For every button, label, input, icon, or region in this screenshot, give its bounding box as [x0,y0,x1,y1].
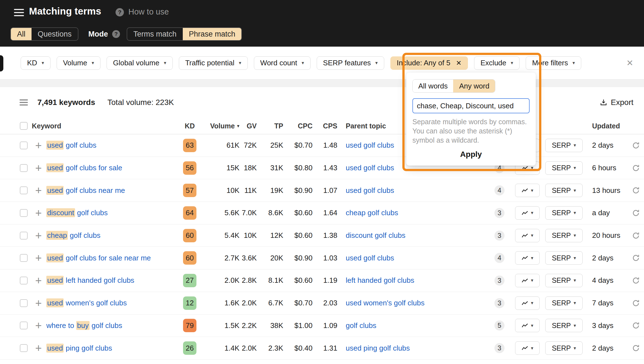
add-keyword-icon[interactable]: + [35,298,42,309]
keyword-link[interactable]: used ping golf clubs [46,344,112,353]
col-updated[interactable]: Updated [583,122,628,130]
tab-all[interactable]: All [11,28,32,40]
serp-button[interactable]: SERP ▾ [545,274,583,287]
more-filters-button[interactable]: More filters ▾ [526,56,581,70]
parent-topic-link[interactable]: used ping golf clubs [346,344,410,352]
position-chart-button[interactable]: ▾ [515,274,540,287]
tab-phrase-match[interactable]: Phrase match [183,28,242,40]
toggle-all-words[interactable]: All words [413,80,453,92]
volume-filter-button[interactable]: Volume▾ [57,56,100,70]
add-keyword-icon[interactable]: + [35,275,42,286]
col-keyword[interactable]: Keyword [31,122,177,130]
tab-terms-match[interactable]: Terms match [127,28,183,40]
refresh-button[interactable] [628,231,644,240]
serp-button[interactable]: SERP ▾ [545,251,583,265]
traffic-potential-filter-button[interactable]: Traffic potential▾ [179,56,248,70]
add-keyword-icon[interactable]: + [35,230,42,241]
refresh-button[interactable] [628,254,644,262]
serp-features-filter-button[interactable]: SERP features▾ [317,56,384,70]
parent-topic-link[interactable]: used women's golf clubs [346,299,424,307]
parent-topic-link[interactable]: used golf clubs [346,141,394,149]
row-checkbox[interactable] [20,322,28,329]
help-icon[interactable]: ? [116,8,124,16]
position-chart-button[interactable]: ▾ [515,184,540,197]
keyword-link[interactable]: used golf clubs for sale [46,163,122,172]
col-cps[interactable]: CPS [323,122,337,130]
refresh-button[interactable] [628,321,644,330]
row-checkbox[interactable] [20,344,28,352]
serp-button[interactable]: SERP ▾ [545,296,583,310]
keyword-link[interactable]: used golf clubs [46,141,96,150]
row-checkbox[interactable] [20,232,28,240]
row-checkbox[interactable] [20,209,28,217]
exclude-filter-button[interactable]: Exclude ▾ [474,56,520,70]
col-gv[interactable]: GV [247,122,257,130]
add-keyword-icon[interactable]: + [35,343,42,354]
include-filter-button[interactable]: Include: Any of 5 ✕ [390,56,468,70]
parent-topic-link[interactable]: used golf clubs [346,186,394,195]
serp-button[interactable]: SERP ▾ [545,206,583,220]
view-options-icon[interactable] [20,98,28,107]
select-all-checkbox[interactable] [20,122,28,130]
refresh-button[interactable] [628,299,644,307]
refresh-button[interactable] [628,209,644,217]
row-checkbox[interactable] [20,164,28,172]
row-checkbox[interactable] [20,186,28,194]
row-checkbox[interactable] [20,142,28,149]
add-keyword-icon[interactable]: + [35,140,42,151]
serp-button[interactable]: SERP ▾ [545,341,583,355]
menu-icon[interactable] [14,9,24,18]
add-keyword-icon[interactable]: + [35,320,42,331]
position-chart-button[interactable]: ▾ [515,229,540,242]
export-button[interactable]: Export [600,98,633,107]
row-checkbox[interactable] [20,299,28,307]
position-chart-button[interactable]: ▾ [515,319,540,332]
clear-include-icon[interactable]: ✕ [456,59,462,67]
position-chart-button[interactable]: ▾ [515,341,540,355]
keyword-link[interactable]: where to buy golf clubs [46,321,122,330]
mode-help-icon[interactable]: ? [112,30,120,38]
include-terms-input[interactable] [412,98,530,113]
keyword-link[interactable]: used women's golf clubs [46,298,127,307]
clear-all-filters-icon[interactable]: ✕ [626,58,633,68]
serp-button[interactable]: SERP ▾ [545,319,583,332]
keyword-link[interactable]: used golf clubs near me [46,186,125,195]
parent-topic-link[interactable]: used golf clubs [346,164,394,172]
toggle-any-word[interactable]: Any word [453,80,495,92]
col-kd[interactable]: KD [185,122,195,130]
parent-topic-link[interactable]: golf clubs [346,321,376,330]
parent-topic-link[interactable]: discount golf clubs [346,231,405,240]
add-keyword-icon[interactable]: + [35,185,42,196]
col-tp[interactable]: TP [274,122,283,130]
word-count-filter-button[interactable]: Word count▾ [254,56,311,70]
keyword-link[interactable]: used left handed golf clubs [46,276,134,285]
tab-questions[interactable]: Questions [32,28,78,40]
keyword-link[interactable]: cheap golf clubs [46,231,100,240]
add-keyword-icon[interactable]: + [35,207,42,219]
position-chart-button[interactable]: ▾ [515,296,540,310]
parent-topic-link[interactable]: left handed golf clubs [346,276,414,284]
serp-button[interactable]: SERP ▾ [545,161,583,175]
serp-button[interactable]: SERP ▾ [545,184,583,197]
serp-button[interactable]: SERP ▾ [545,229,583,242]
col-volume[interactable]: Volume ▾ [210,122,239,130]
refresh-button[interactable] [628,164,644,172]
keyword-link[interactable]: used golf clubs for sale near me [46,253,151,262]
kd-filter-button[interactable]: KD▾ [21,56,51,70]
refresh-button[interactable] [628,276,644,285]
refresh-button[interactable] [628,141,644,150]
parent-topic-link[interactable]: used golf clubs [346,254,394,262]
row-checkbox[interactable] [20,277,28,284]
add-keyword-icon[interactable]: + [35,252,42,264]
position-chart-button[interactable]: ▾ [515,251,540,265]
how-to-use-link[interactable]: How to use [128,7,169,16]
keyword-link[interactable]: discount golf clubs [46,208,108,217]
refresh-button[interactable] [628,344,644,352]
add-keyword-icon[interactable]: + [35,162,42,174]
col-cpc[interactable]: CPC [298,122,313,130]
row-checkbox[interactable] [20,254,28,262]
parent-topic-link[interactable]: cheap golf clubs [346,209,398,217]
global-volume-filter-button[interactable]: Global volume▾ [107,56,173,70]
position-chart-button[interactable]: ▾ [515,206,540,220]
apply-button[interactable]: Apply [412,150,530,159]
